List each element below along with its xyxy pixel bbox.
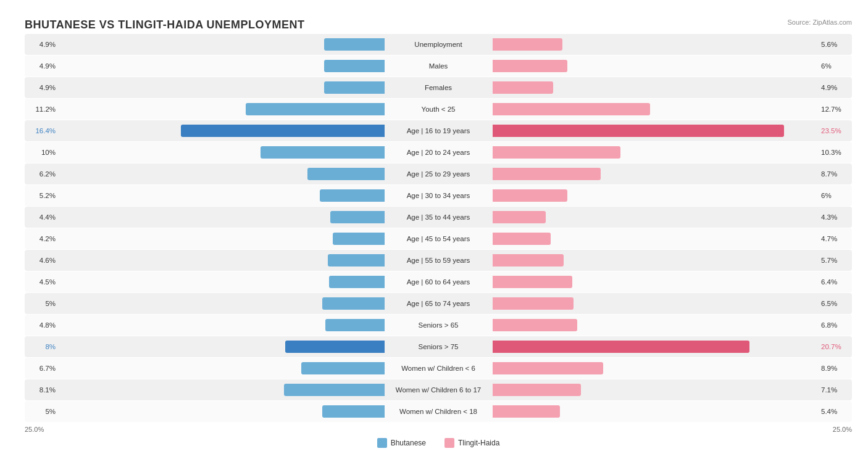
bar-blue <box>285 341 385 353</box>
row-label: Women w/ Children 6 to 17 <box>385 386 493 394</box>
left-value: 6.7% <box>27 365 56 372</box>
chart-container: BHUTANESE VS TLINGIT-HAIDA UNEMPLOYMENT … <box>12 12 864 460</box>
row-label: Females <box>385 84 493 91</box>
right-bar-wrap <box>493 103 822 115</box>
legend-box-pink <box>444 438 454 448</box>
table-row: 6.2% Age | 25 to 29 years 8.7% <box>25 163 852 184</box>
table-row: 11.2% Youth < 25 12.7% <box>25 99 852 120</box>
left-bar-wrap <box>56 125 385 137</box>
right-value: 5.6% <box>821 41 849 48</box>
left-value: 4.9% <box>27 62 56 70</box>
bar-pink <box>493 297 574 310</box>
right-bar-wrap <box>493 125 822 137</box>
left-value: 5% <box>27 408 56 415</box>
bar-pink <box>493 276 572 288</box>
right-value: 6.4% <box>821 278 849 286</box>
left-value: 11.2% <box>27 105 56 113</box>
left-value: 4.4% <box>27 213 56 221</box>
right-bar-wrap <box>493 362 822 374</box>
row-label: Seniors > 65 <box>385 321 493 329</box>
table-row: 4.8% Seniors > 65 6.8% <box>25 315 852 336</box>
table-row: 6.7% Women w/ Children < 6 8.9% <box>25 358 852 379</box>
bar-pink <box>493 362 603 374</box>
table-row: 5% Age | 65 to 74 years 6.5% <box>25 293 852 314</box>
bar-pink <box>493 341 749 353</box>
table-row: 10% Age | 20 to 24 years 10.3% <box>25 142 852 163</box>
left-bar-wrap <box>56 60 385 72</box>
bar-blue <box>328 254 385 267</box>
row-label: Age | 30 to 34 years <box>385 192 493 199</box>
left-value: 6.2% <box>27 170 56 178</box>
right-bar-wrap <box>493 297 822 310</box>
right-value: 6% <box>821 62 849 70</box>
bar-blue <box>333 233 385 245</box>
left-bar-wrap <box>56 341 385 353</box>
right-value: 7.1% <box>821 386 849 394</box>
left-value: 4.9% <box>27 84 56 91</box>
right-bar-wrap <box>493 319 822 331</box>
right-value: 6.8% <box>821 321 849 329</box>
right-bar-wrap <box>493 60 822 72</box>
table-row: 4.5% Age | 60 to 64 years 6.4% <box>25 271 852 292</box>
bar-blue <box>181 125 385 137</box>
row-label: Age | 16 to 19 years <box>385 127 493 134</box>
table-row: 5.2% Age | 30 to 34 years 6% <box>25 185 852 206</box>
bar-blue <box>322 297 385 310</box>
bar-pink <box>493 189 567 202</box>
table-row: 4.4% Age | 35 to 44 years 4.3% <box>25 207 852 228</box>
right-value: 6.5% <box>821 300 849 307</box>
row-label: Seniors > 75 <box>385 343 493 350</box>
bar-blue <box>329 276 385 288</box>
right-value: 4.3% <box>821 213 849 221</box>
right-bar-wrap <box>493 341 822 353</box>
table-row: 16.4% Age | 16 to 19 years 23.5% <box>25 120 852 141</box>
axis-row: 25.0% 25.0% <box>25 426 852 433</box>
bar-blue <box>330 211 385 223</box>
left-value: 4.6% <box>27 257 56 264</box>
left-value: 4.8% <box>27 321 56 329</box>
axis-left: 25.0% <box>25 426 44 433</box>
left-value: 16.4% <box>27 127 56 134</box>
right-bar-wrap <box>493 38 822 51</box>
bar-pink <box>493 125 784 137</box>
left-value: 4.9% <box>27 41 56 48</box>
bar-blue <box>261 146 385 159</box>
table-row: 5% Women w/ Children < 18 5.4% <box>25 401 852 422</box>
row-label: Women w/ Children < 18 <box>385 408 493 415</box>
source-text: Source: ZipAtlas.com <box>787 19 852 26</box>
right-value: 20.7% <box>821 343 849 350</box>
bar-blue <box>324 38 385 51</box>
chart-rows-container: 4.9% Unemployment 5.6% 4.9% Males 6% 4.9… <box>25 34 852 422</box>
row-label: Age | 60 to 64 years <box>385 278 493 286</box>
legend-box-blue <box>377 438 387 448</box>
left-bar-wrap <box>56 384 385 396</box>
left-bar-wrap <box>56 276 385 288</box>
bar-blue <box>307 168 385 180</box>
left-bar-wrap <box>56 189 385 202</box>
right-bar-wrap <box>493 254 822 267</box>
table-row: 4.6% Age | 55 to 59 years 5.7% <box>25 250 852 271</box>
left-bar-wrap <box>56 405 385 418</box>
row-label: Age | 55 to 59 years <box>385 257 493 264</box>
chart-title: BHUTANESE VS TLINGIT-HAIDA UNEMPLOYMENT <box>25 19 305 31</box>
left-bar-wrap <box>56 362 385 374</box>
left-value: 10% <box>27 149 56 156</box>
row-label: Unemployment <box>385 41 493 48</box>
bar-pink <box>493 384 581 396</box>
bar-pink <box>493 211 546 223</box>
right-bar-wrap <box>493 276 822 288</box>
right-bar-wrap <box>493 405 822 418</box>
left-bar-wrap <box>56 38 385 51</box>
left-value: 8% <box>27 343 56 350</box>
bar-pink <box>493 60 567 72</box>
bar-blue <box>324 60 385 72</box>
bar-pink <box>493 103 650 115</box>
table-row: 4.9% Unemployment 5.6% <box>25 34 852 55</box>
right-bar-wrap <box>493 384 822 396</box>
row-label: Age | 20 to 24 years <box>385 149 493 156</box>
bar-blue <box>324 81 385 94</box>
right-bar-wrap <box>493 81 822 94</box>
left-value: 4.5% <box>27 278 56 286</box>
legend-label-tlingit: Tlingit-Haida <box>458 439 499 447</box>
bar-pink <box>493 254 564 267</box>
